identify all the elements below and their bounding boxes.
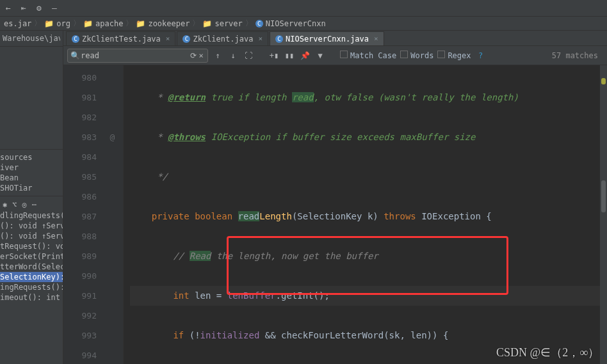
add-selection-icon[interactable]: +▮ xyxy=(268,50,280,61)
find-bar: 🔍 ⟳ × ↑ ↓ ⛶ +▮ ▮▮ 📌 ▼ Match Case Words R… xyxy=(63,46,607,65)
select-occurrences-icon[interactable]: ▮▮ xyxy=(284,50,295,61)
code-content[interactable]: * @return true if length read, otw false… xyxy=(124,65,607,364)
back-icon[interactable]: ← xyxy=(4,4,13,13)
close-icon[interactable]: × xyxy=(166,35,170,43)
sidebar-item[interactable]: SHOTiar xyxy=(0,183,63,193)
tab[interactable]: CZkClient.java× xyxy=(177,31,268,45)
sidebar-item[interactable]: iver xyxy=(0,162,63,173)
more-icon[interactable]: ⋯ xyxy=(32,200,36,209)
match-count: 57 matches xyxy=(552,51,603,60)
structure-item[interactable]: tRequest(): void xyxy=(0,241,63,251)
words-check[interactable]: Words xyxy=(400,51,433,60)
gear-icon[interactable]: ⚙ xyxy=(35,4,44,13)
sidebar-item[interactable]: Bean xyxy=(0,173,63,183)
filter-icon[interactable]: ▼ xyxy=(314,50,326,61)
close-icon[interactable]: × xyxy=(258,35,263,43)
select-all-icon[interactable]: ⛶ xyxy=(243,50,254,61)
structure-item[interactable]: imeout(): int ↑Se xyxy=(0,292,63,303)
structure-item[interactable]: (): void ↑ServerCn xyxy=(0,231,63,241)
watermark: CSDN @∈（2，∞） xyxy=(496,345,599,360)
structure-item[interactable]: tterWord(Selectio xyxy=(0,262,63,272)
clear-icon[interactable]: × xyxy=(197,51,205,60)
find-input[interactable] xyxy=(78,51,190,60)
gutter: 980981982 983984985 986987988 989990991 … xyxy=(63,65,102,364)
pin-icon[interactable]: 📌 xyxy=(299,50,311,61)
scrollbar-vertical[interactable] xyxy=(600,65,607,364)
target-icon[interactable]: ◎ xyxy=(22,200,26,209)
matchcase-check[interactable]: Match Case xyxy=(340,51,396,60)
sidebar-path: Warehouse\java\ xyxy=(3,33,60,44)
structure-item[interactable]: ingRequests(): lo xyxy=(0,282,63,292)
history-icon[interactable]: ⟳ xyxy=(190,51,197,60)
breadcrumb-item[interactable]: es.jar xyxy=(3,19,33,28)
editor-area: CZkClientTest.java× CZkClient.java× CNIO… xyxy=(63,31,607,364)
tab-active[interactable]: CNIOServerCnxn.java× xyxy=(270,31,384,45)
breadcrumb: es.jar〉 📁 org〉 📁 apache〉 📁 zookeeper〉 📁 … xyxy=(0,17,607,31)
hide-icon[interactable]: — xyxy=(50,4,59,13)
structure-item[interactable]: (): void ↑ServerCn xyxy=(0,221,63,231)
structure-item[interactable]: dlingRequests(Rec xyxy=(0,210,63,221)
regex-check[interactable]: Regex xyxy=(437,51,471,60)
inherit-icon[interactable]: ✱ xyxy=(3,200,7,209)
toolbar-top: ← ⇤ ⚙ — xyxy=(0,0,607,17)
structure-toolbar: ✱ ⌥ ◎ ⋯ xyxy=(0,199,63,210)
prev-match-icon[interactable]: ↑ xyxy=(212,50,223,61)
close-icon[interactable]: × xyxy=(374,35,378,43)
code-area[interactable]: 980981982 983984985 986987988 989990991 … xyxy=(63,65,607,364)
find-input-wrap[interactable]: 🔍 ⟳ × xyxy=(67,49,208,63)
collapse-icon[interactable]: ⇤ xyxy=(19,4,28,13)
tab[interactable]: CZkClientTest.java× xyxy=(66,31,175,45)
structure-item[interactable]: erSocket(PrintWri xyxy=(0,251,63,262)
next-match-icon[interactable]: ↓ xyxy=(227,50,239,61)
branch-icon[interactable]: ⌥ xyxy=(12,200,17,209)
breadcrumb-item[interactable]: 📁 apache xyxy=(82,19,124,28)
breadcrumb-item[interactable]: 📁 zookeeper xyxy=(134,19,191,28)
editor-tabs: CZkClientTest.java× CZkClient.java× CNIO… xyxy=(63,31,607,46)
help-icon[interactable]: ? xyxy=(475,50,487,61)
search-icon: 🔍 xyxy=(70,51,78,60)
breadcrumb-item[interactable]: C NIOServerCnxn xyxy=(254,19,327,28)
sidebar: Warehouse\java\ sources iver Bean SHOTia… xyxy=(0,31,63,364)
sidebar-item[interactable]: sources xyxy=(0,152,63,162)
annotation-gutter: @ xyxy=(102,65,124,364)
breadcrumb-item[interactable]: 📁 org xyxy=(43,19,72,28)
breadcrumb-item[interactable]: 📁 server xyxy=(201,19,243,28)
structure-item-selected[interactable]: SelectionKey): bo xyxy=(0,272,63,282)
